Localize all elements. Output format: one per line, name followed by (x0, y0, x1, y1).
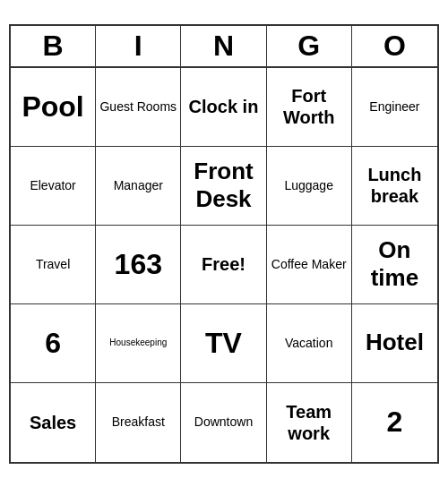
cell-label: Vacation (285, 336, 332, 351)
cell-label: Coffee Maker (271, 257, 347, 272)
bingo-cell[interactable]: 163 (96, 226, 181, 304)
cell-label: Front Desk (185, 158, 262, 213)
cell-label: Sales (30, 412, 76, 433)
cell-label: TV (205, 326, 242, 360)
cell-label: Free! (202, 253, 246, 275)
bingo-cell[interactable]: Free! (181, 226, 266, 304)
cell-label: Manager (114, 178, 163, 193)
cell-label: Luggage (284, 178, 333, 193)
cell-label: Elevator (30, 178, 75, 193)
cell-label: Downtown (194, 414, 253, 430)
header-letter: I (96, 26, 181, 66)
bingo-cell[interactable]: Breakfast (96, 383, 181, 462)
cell-label: Hotel (366, 329, 424, 356)
bingo-cell[interactable]: Housekeeping (96, 304, 181, 383)
bingo-cell[interactable]: Luggage (267, 147, 352, 226)
bingo-cell[interactable]: Vacation (267, 304, 352, 383)
bingo-cell[interactable]: Fort Worth (267, 68, 352, 147)
cell-label: 163 (115, 247, 162, 281)
bingo-card: BINGO PoolGuest RoomsClock inFort WorthE… (9, 24, 439, 464)
cell-label: Pool (22, 90, 83, 124)
cell-label: 2 (386, 405, 402, 439)
bingo-cell[interactable]: Engineer (352, 68, 437, 147)
bingo-cell[interactable]: 2 (352, 383, 437, 462)
cell-label: Lunch break (356, 164, 434, 207)
cell-label: On time (356, 236, 434, 292)
bingo-cell[interactable]: Guest Rooms (96, 68, 181, 147)
bingo-cell[interactable]: Front Desk (181, 147, 266, 226)
cell-label: Guest Rooms (99, 99, 177, 115)
bingo-cell[interactable]: Team work (267, 383, 352, 462)
bingo-cell[interactable]: Coffee Maker (267, 226, 352, 304)
bingo-cell[interactable]: Pool (11, 68, 96, 147)
cell-label: Travel (36, 257, 70, 272)
bingo-cell[interactable]: Clock in (181, 68, 266, 147)
bingo-cell[interactable]: Lunch break (352, 147, 437, 226)
bingo-cell[interactable]: Hotel (352, 304, 437, 383)
cell-label: Housekeeping (109, 337, 167, 348)
header-letter: N (181, 26, 266, 66)
cell-label: Engineer (369, 99, 419, 115)
header-letter: G (267, 26, 352, 66)
bingo-header: BINGO (11, 26, 437, 68)
bingo-cell[interactable]: On time (352, 226, 437, 304)
bingo-cell[interactable]: Travel (11, 226, 96, 304)
header-letter: O (352, 26, 437, 66)
bingo-cell[interactable]: Sales (11, 383, 96, 462)
bingo-cell[interactable]: 6 (11, 304, 96, 383)
cell-label: 6 (45, 326, 61, 360)
bingo-cell[interactable]: Elevator (11, 147, 96, 226)
cell-label: Breakfast (112, 414, 165, 430)
cell-label: Team work (271, 401, 348, 444)
bingo-grid: PoolGuest RoomsClock inFort WorthEnginee… (11, 68, 437, 462)
bingo-cell[interactable]: TV (181, 304, 266, 383)
bingo-cell[interactable]: Downtown (181, 383, 266, 462)
cell-label: Fort Worth (271, 85, 348, 128)
bingo-cell[interactable]: Manager (96, 147, 181, 226)
cell-label: Clock in (189, 96, 259, 117)
header-letter: B (11, 26, 96, 66)
